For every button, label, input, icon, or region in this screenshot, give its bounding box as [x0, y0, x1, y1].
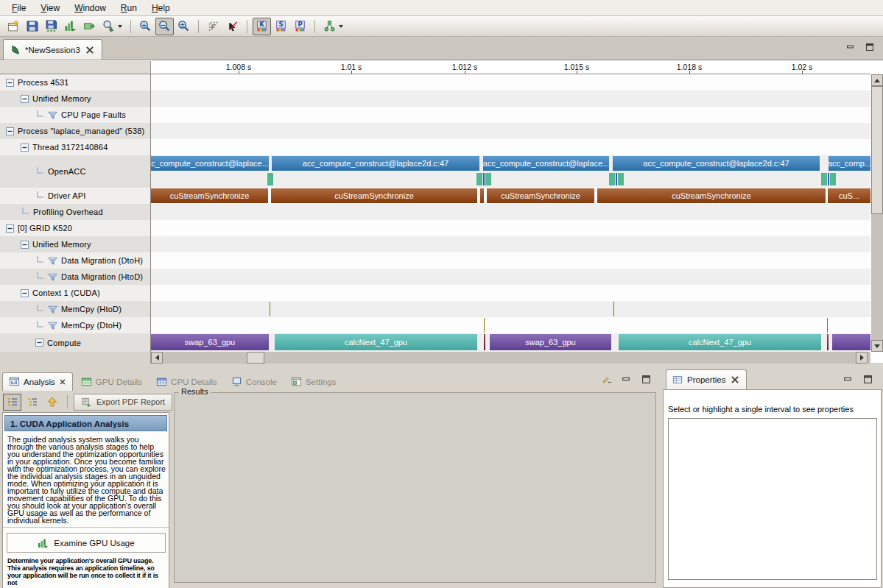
timeline-interval[interactable]: calcNext_47_gpu — [619, 334, 821, 350]
timeline-lane-data-migration-dtoh[interactable] — [151, 252, 870, 269]
timeline-interval[interactable] — [484, 334, 485, 350]
filter-icon[interactable] — [48, 321, 57, 330]
timeline-row-label-memcpy-dtoh[interactable]: MemCpy (DtoH) — [0, 317, 150, 333]
timeline-lane-context-1-cuda[interactable] — [151, 285, 870, 301]
timeline-row-label-unified-memory[interactable]: Unified Memory — [0, 91, 150, 107]
goto-marker-button[interactable] — [223, 18, 242, 35]
openacc-event-mark[interactable] — [476, 173, 482, 185]
menu-view[interactable]: View — [33, 1, 67, 15]
timeline-lane-memcpy-dtoh[interactable] — [151, 317, 870, 333]
timeline-interval[interactable] — [832, 334, 870, 350]
memcpy-interval[interactable] — [613, 302, 614, 316]
memcpy-interval[interactable] — [484, 318, 485, 333]
scroll-left-button[interactable] — [151, 352, 163, 364]
menu-window[interactable]: Window — [67, 1, 113, 15]
close-icon[interactable] — [59, 378, 66, 386]
timeline-lane-memcpy-htod[interactable] — [151, 301, 870, 317]
openacc-event-mark[interactable] — [830, 173, 836, 185]
openacc-event-mark[interactable] — [609, 173, 615, 185]
zoom-out-button[interactable]: − — [155, 18, 174, 35]
horizontal-scroll-thumb[interactable] — [247, 352, 264, 364]
tab-gpu-details[interactable]: GPU Details — [75, 373, 148, 391]
timeline-row-label-driver-api[interactable]: Driver API — [0, 188, 150, 204]
tab-properties[interactable]: Properties — [666, 369, 747, 389]
guided-analysis-button[interactable] — [3, 394, 21, 411]
timeline-interval[interactable]: calcNext_47_gpu — [275, 334, 477, 350]
menu-file[interactable]: File — [4, 1, 33, 15]
timeline-interval[interactable]: cuS... — [828, 188, 870, 203]
vertical-scroll-thumb[interactable] — [871, 86, 883, 214]
timeline-lane-openacc[interactable]: c_compute_construct@laplace...acc_comput… — [151, 155, 870, 188]
openacc-event-mark[interactable] — [821, 173, 827, 185]
dropdown-caret-icon[interactable] — [339, 25, 343, 28]
timeline-lane-0-grid-k520[interactable] — [151, 220, 870, 236]
timeline-row-label-openacc[interactable]: OpenACC — [0, 155, 150, 188]
timeline-row-label-data-migration-dtoh[interactable]: Data Migration (DtoH) — [0, 252, 150, 269]
menu-help[interactable]: Help — [144, 1, 177, 15]
memcpy-interval[interactable] — [827, 318, 828, 333]
collapse-minus-icon[interactable] — [35, 339, 43, 347]
timeline-interval[interactable]: c_compute_construct@laplace... — [151, 156, 269, 171]
timeline-row-label-profiling-overhead[interactable]: Profiling Overhead — [0, 204, 150, 220]
unguided-analysis-button[interactable] — [23, 394, 41, 411]
stream-marker-button[interactable]: S — [272, 18, 290, 35]
timeline-interval[interactable]: acc_compute_construct@laplace... — [483, 156, 609, 171]
collapse-minus-icon[interactable] — [21, 95, 29, 103]
save-button[interactable] — [23, 18, 41, 35]
timeline-lane-driver-api[interactable]: cuStreamSynchronizecuStreamSynchronizecu… — [151, 188, 870, 204]
show-reference-button[interactable] — [80, 18, 99, 35]
generate-timeline-button[interactable] — [61, 18, 80, 35]
timeline-interval[interactable]: cuStreamSynchronize — [271, 188, 477, 203]
timeline-lane-profiling-overhead[interactable] — [151, 204, 870, 220]
timeline-row-label-context-1-cuda[interactable]: Context 1 (CUDA) — [0, 285, 150, 301]
process-marker-button[interactable]: P — [291, 18, 309, 35]
kernel-marker-button[interactable]: K — [253, 18, 271, 35]
dropdown-caret-icon[interactable] — [118, 25, 122, 28]
zoom-in-button[interactable]: + — [136, 18, 155, 35]
minimize-icon[interactable] — [622, 375, 631, 384]
filter-icon[interactable] — [48, 305, 57, 314]
timeline-row-label-data-migration-htod[interactable]: Data Migration (HtoD) — [0, 269, 150, 285]
close-icon[interactable] — [730, 375, 740, 385]
tab-analysis[interactable]: Analysis — [2, 372, 73, 391]
new-session-button[interactable] — [4, 18, 22, 35]
timeline-interval[interactable] — [827, 334, 829, 350]
timeline-row-label-cpu-page-faults[interactable]: CPU Page Faults — [0, 107, 150, 123]
up-level-button[interactable] — [43, 394, 61, 411]
close-icon[interactable] — [85, 45, 95, 55]
openacc-event-mark[interactable] — [267, 173, 273, 185]
save-all-button[interactable] — [42, 18, 60, 35]
openacc-wait-line[interactable] — [483, 173, 485, 185]
vertical-scrollbar[interactable] — [871, 74, 883, 352]
timeline-interval[interactable]: swap_63_gpu — [151, 334, 269, 350]
timeline-row-label-memcpy-htod[interactable]: MemCpy (HtoD) — [0, 301, 150, 317]
timeline-lane-process-laplace-managed-538[interactable] — [151, 123, 870, 139]
timeline-ruler[interactable]: 1.008 s1.01 s1.012 s1.015 s1.018 s1.02 s — [151, 61, 870, 74]
export-pdf-button[interactable]: Export PDF Report — [74, 394, 172, 411]
collapse-minus-icon[interactable] — [6, 127, 14, 135]
timeline-lane-unified-memory[interactable] — [151, 91, 870, 107]
timeline-lane-process-4531[interactable] — [151, 74, 870, 91]
timeline-interval[interactable]: acc_comp... — [829, 156, 870, 171]
timeline-plot[interactable]: c_compute_construct@laplace...acc_comput… — [151, 74, 870, 352]
examine-gpu-usage-button[interactable]: Examine GPU Usage — [7, 533, 166, 553]
tab-console[interactable]: Console — [225, 373, 283, 391]
memcpy-interval[interactable] — [270, 302, 270, 316]
timeline-interval[interactable]: swap_63_gpu — [490, 334, 611, 350]
zoom-mode-button[interactable] — [99, 18, 125, 35]
zoom-fit-button[interactable]: ± — [175, 18, 193, 35]
collapse-minus-icon[interactable] — [21, 241, 29, 249]
maximize-icon[interactable] — [863, 375, 873, 384]
tab-settings[interactable]: Settings — [285, 373, 342, 391]
filter-icon[interactable] — [48, 256, 57, 266]
collapse-minus-icon[interactable] — [21, 144, 29, 152]
timeline-row-label-0-grid-k520[interactable]: [0] GRID K520 — [0, 220, 150, 236]
view-menu-icon[interactable] — [602, 375, 611, 384]
timeline-lane-unified-memory[interactable] — [151, 236, 870, 252]
openacc-event-mark[interactable] — [618, 173, 624, 185]
timeline-lane-data-migration-htod[interactable] — [151, 269, 870, 285]
openacc-event-mark[interactable] — [485, 173, 491, 185]
horizontal-scrollbar[interactable] — [151, 352, 870, 364]
menu-run[interactable]: Run — [113, 1, 144, 15]
timeline-row-label-thread-3172140864[interactable]: Thread 3172140864 — [0, 139, 150, 155]
